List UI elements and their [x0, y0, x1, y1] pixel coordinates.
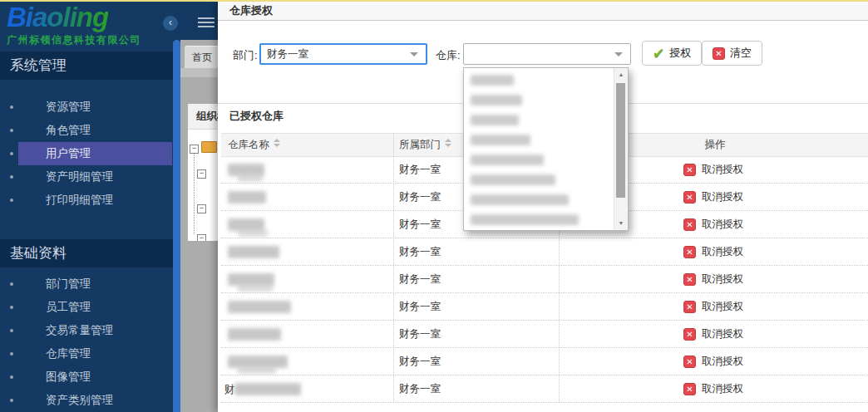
logo-block: Biaoling 广州标领信息科技有限公司 — [0, 0, 173, 52]
red-x-icon: ✕ — [683, 246, 696, 258]
sidebar-section-basic: 基础资料 — [0, 239, 173, 267]
sidebar-item-label: 员工管理 — [46, 296, 91, 319]
red-x-icon: ✕ — [683, 273, 696, 286]
sidebar-item-label: 资产明细管理 — [46, 165, 113, 189]
sidebar-item[interactable]: 资源管理 — [0, 96, 173, 119]
sidebar-item[interactable]: 资产明细管理 — [0, 165, 173, 189]
dropdown-option-redacted[interactable] — [471, 154, 544, 165]
row-department: 财务一室 — [399, 321, 441, 347]
sidebar-item-label: 资产类别管理 — [46, 389, 113, 412]
sidebar-item[interactable]: 仓库管理 — [0, 342, 173, 365]
column-header-department[interactable]: 所属部门 — [399, 134, 451, 156]
sidebar-item-label: 用户管理 — [46, 142, 91, 165]
dropdown-option-redacted[interactable] — [471, 214, 579, 225]
folder-icon — [201, 141, 217, 153]
bullet-icon — [10, 105, 13, 109]
redacted-warehouse-name — [234, 383, 301, 395]
dialog-title: 仓库授权 — [218, 2, 868, 20]
chevron-left-icon: ‹ — [169, 17, 172, 28]
chevron-down-icon — [614, 52, 623, 56]
sidebar-item-label: 交易常量管理 — [46, 319, 113, 342]
row-department: 财务一室 — [399, 293, 441, 320]
warehouse-name-prefix: 财 — [224, 383, 235, 397]
sidebar-collapse-button[interactable]: ‹ — [163, 16, 178, 31]
bullet-icon — [10, 352, 13, 356]
bullet-icon — [10, 282, 13, 286]
sidebar-item[interactable]: 图像管理 — [0, 365, 173, 389]
clear-button-label: 清空 — [730, 46, 752, 61]
dropdown-option-redacted[interactable] — [471, 135, 530, 145]
row-department: 财务一室 — [399, 266, 441, 292]
revoke-label: 取消授权 — [702, 245, 743, 259]
dropdown-option-redacted[interactable] — [471, 115, 519, 125]
organization-tree-panel: 组织机构 − − − − — [188, 104, 218, 241]
sidebar-item[interactable]: 交易常量管理 — [0, 319, 173, 342]
column-header-warehouse-name[interactable]: 仓库名称 — [228, 134, 280, 156]
revoke-label: 取消授权 — [702, 163, 743, 177]
sidebar-list-system: 资源管理角色管理用户管理资产明细管理打印明细管理 — [0, 80, 173, 212]
row-department: 财务一室 — [399, 238, 441, 265]
sidebar-scrollbar-thumb[interactable] — [173, 40, 180, 412]
selected-highlight — [18, 142, 172, 165]
revoke-authorization-button[interactable]: ✕取消授权 — [683, 156, 743, 183]
bullet-icon — [10, 129, 13, 132]
scroll-up-icon[interactable]: ▲ — [614, 68, 628, 81]
top-accent-line — [0, 0, 868, 2]
dialog-header: 仓库授权 — [218, 2, 868, 21]
revoke-authorization-button[interactable]: ✕取消授权 — [683, 375, 743, 402]
row-department: 财务一室 — [399, 375, 441, 402]
tree-collapse-icon[interactable]: − — [197, 204, 206, 213]
redacted-warehouse-name — [238, 174, 263, 182]
revoke-authorization-button[interactable]: ✕取消授权 — [683, 211, 743, 238]
clear-button[interactable]: ✕ 清空 — [702, 41, 762, 66]
check-icon: ✔ — [653, 47, 664, 61]
revoke-authorization-button[interactable]: ✕取消授权 — [683, 293, 743, 320]
dropdown-option-redacted[interactable] — [471, 75, 514, 86]
revoke-authorization-button[interactable]: ✕取消授权 — [683, 184, 743, 210]
dropdown-option-redacted[interactable] — [471, 174, 555, 185]
revoke-authorization-button[interactable]: ✕取消授权 — [683, 321, 743, 347]
department-select[interactable]: 财务一室 — [259, 43, 427, 65]
revoke-label: 取消授权 — [702, 272, 743, 287]
department-select-value: 财务一室 — [261, 45, 426, 64]
bullet-icon — [10, 375, 13, 379]
sidebar: Biaoling 广州标领信息科技有限公司 系统管理 资源管理角色管理用户管理资… — [0, 0, 173, 412]
sidebar-item[interactable]: 资产类别管理 — [0, 389, 173, 412]
sidebar-section-system: 系统管理 — [0, 52, 173, 80]
redacted-warehouse-name — [238, 284, 273, 292]
authorize-button[interactable]: ✔ 授权 — [642, 41, 702, 66]
hamburger-menu-icon[interactable] — [198, 17, 215, 27]
red-x-icon: ✕ — [683, 383, 696, 395]
tree-collapse-icon[interactable]: − — [197, 169, 206, 179]
warehouse-select[interactable] — [463, 43, 631, 65]
sidebar-item[interactable]: 员工管理 — [0, 296, 173, 319]
sort-icon — [445, 139, 451, 147]
dropdown-option-redacted[interactable] — [471, 194, 569, 205]
authorize-button-label: 授权 — [669, 46, 691, 61]
dropdown-option-redacted[interactable] — [471, 95, 522, 105]
sidebar-item[interactable]: 用户管理 — [0, 142, 173, 165]
table-row: 财务一室✕取消授权 — [221, 238, 868, 266]
scrollbar-thumb[interactable] — [616, 83, 625, 198]
revoke-label: 取消授权 — [702, 355, 743, 369]
tree-panel-title: 组织机构 — [188, 104, 218, 130]
tree-body: − − − − — [188, 130, 218, 241]
revoke-authorization-button[interactable]: ✕取消授权 — [683, 348, 743, 375]
sidebar-item[interactable]: 角色管理 — [0, 119, 173, 142]
warehouse-dropdown-list: ▲ ▼ — [463, 67, 629, 231]
revoke-authorization-button[interactable]: ✕取消授权 — [683, 238, 743, 265]
company-name: 广州标领信息科技有限公司 — [7, 33, 141, 47]
tree-collapse-icon[interactable]: − — [197, 234, 206, 241]
row-department: 财务一室 — [399, 211, 441, 238]
table-row: 财务一室✕取消授权 — [221, 321, 868, 348]
row-department: 财务一室 — [399, 348, 441, 375]
tree-collapse-icon[interactable]: − — [190, 145, 199, 154]
sidebar-item[interactable]: 打印明细管理 — [0, 189, 173, 212]
bullet-icon — [10, 399, 13, 402]
bullet-icon — [10, 152, 13, 155]
revoke-authorization-button[interactable]: ✕取消授权 — [683, 266, 743, 292]
scroll-down-icon[interactable]: ▼ — [614, 217, 628, 230]
sidebar-item-label: 资源管理 — [46, 96, 91, 119]
revoke-label: 取消授权 — [702, 190, 743, 204]
sidebar-item[interactable]: 部门管理 — [0, 272, 173, 296]
